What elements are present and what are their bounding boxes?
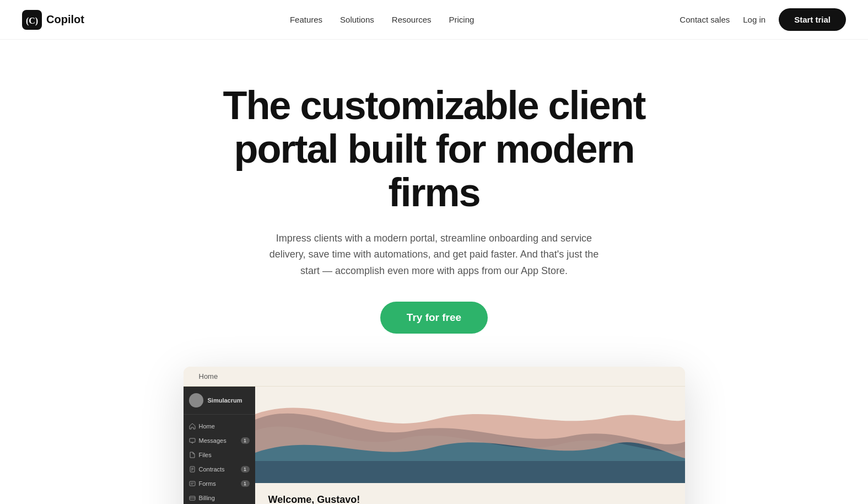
sidebar-label-forms: Forms [199,480,216,487]
home-icon [189,423,196,430]
svg-rect-2 [190,438,195,442]
nav-solutions[interactable]: Solutions [340,15,374,24]
billing-icon [189,495,196,501]
sidebar-item-home[interactable]: Home [184,419,255,433]
sidebar-item-contracts[interactable]: Contracts 1 [184,462,255,476]
message-icon [189,437,196,444]
nav-resources[interactable]: Resources [392,15,432,24]
logo-icon: (C) [22,10,42,30]
nav-right: Contact sales Log in Start trial [680,8,846,31]
preview-wrapper: Home Simulacrum Home [172,367,696,504]
hero-section: The customizable client portal built for… [186,40,682,367]
contracts-badge: 1 [241,466,250,473]
sidebar-item-billing[interactable]: Billing [184,491,255,504]
nav-features[interactable]: Features [290,15,322,24]
wave-svg [255,387,685,483]
svg-rect-7 [190,481,195,486]
hero-subtext: Impress clients with a modern portal, st… [263,230,605,280]
sidebar-label-home: Home [199,423,215,430]
portal-content: Welcome, Gustavo! You have 2 actions lef… [255,387,685,504]
navbar: (C) Copilot Features Solutions Resources… [0,0,868,40]
portal-layout: Simulacrum Home Messages [184,387,685,504]
svg-text:(C): (C) [26,16,38,26]
contract-icon [189,466,196,473]
sidebar: Simulacrum Home Messages [184,387,255,504]
start-trial-button[interactable]: Start trial [779,8,846,31]
try-free-button[interactable]: Try for free [380,302,488,334]
preview-window: Home Simulacrum Home [184,367,685,504]
wave-area [255,387,685,483]
login-link[interactable]: Log in [743,15,765,24]
window-tab-home: Home [199,372,218,380]
messages-badge: 1 [241,437,250,444]
sidebar-item-messages[interactable]: Messages 1 [184,433,255,448]
nav-links: Features Solutions Resources Pricing [290,15,474,25]
file-icon [189,452,196,458]
welcome-area: Welcome, Gustavo! You have 2 actions lef… [255,483,685,504]
sidebar-label-contracts: Contracts [199,466,225,473]
avatar [189,393,203,408]
sidebar-item-files[interactable]: Files [184,448,255,462]
svg-rect-19 [255,461,685,483]
logo-text: Copilot [46,13,84,26]
sidebar-company-name: Simulacrum [208,397,242,404]
sidebar-label-billing: Billing [199,495,215,501]
nav-pricing[interactable]: Pricing [449,15,475,24]
welcome-title: Welcome, Gustavo! [268,494,672,504]
sidebar-nav: Home Messages 1 [184,415,255,504]
contact-sales-link[interactable]: Contact sales [680,15,730,24]
window-bar: Home [184,367,685,387]
logo-link[interactable]: (C) Copilot [22,10,84,30]
forms-badge: 1 [241,480,250,487]
sidebar-label-messages: Messages [199,437,227,444]
hero-heading: The customizable client portal built for… [197,84,671,215]
form-icon [189,480,196,487]
sidebar-item-forms[interactable]: Forms 1 [184,476,255,491]
sidebar-label-files: Files [199,452,212,458]
sidebar-header: Simulacrum [184,387,255,415]
